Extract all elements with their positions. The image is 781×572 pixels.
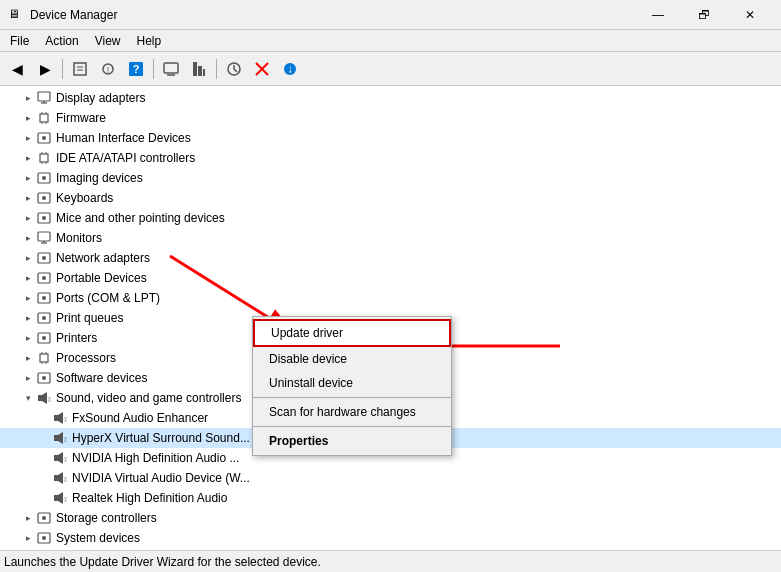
tree-item-mice[interactable]: ▸Mice and other pointing devices	[0, 208, 781, 228]
svg-point-77	[42, 516, 46, 520]
device-icon-ide-atapi	[36, 150, 52, 166]
tree-item-monitors[interactable]: ▸Monitors	[0, 228, 781, 248]
device-icon-hyperx: ))	[52, 430, 68, 446]
expand-icon-print-queues[interactable]: ▸	[20, 308, 36, 328]
add-device-button[interactable]: ↓	[277, 56, 303, 82]
tree-item-imaging[interactable]: ▸Imaging devices	[0, 168, 781, 188]
expand-icon-mice[interactable]: ▸	[20, 208, 36, 228]
context-menu-item-scan-changes[interactable]: Scan for hardware changes	[253, 400, 451, 424]
tree-item-realtek[interactable]: ))Realtek High Definition Audio	[0, 488, 781, 508]
menu-action[interactable]: Action	[37, 32, 86, 50]
tree-item-ports[interactable]: ▸Ports (COM & LPT)	[0, 288, 781, 308]
svg-marker-71	[58, 472, 63, 484]
device-icon-keyboards	[36, 190, 52, 206]
tree-label-human-interface: Human Interface Devices	[56, 131, 191, 145]
expand-icon-ports[interactable]: ▸	[20, 288, 36, 308]
tree-item-storage-controllers[interactable]: ▸Storage controllers	[0, 508, 781, 528]
expand-icon-nvidia-high[interactable]	[36, 448, 52, 468]
back-button[interactable]: ◀	[4, 56, 30, 82]
tree-item-ide-atapi[interactable]: ▸IDE ATA/ATAPI controllers	[0, 148, 781, 168]
remove-device-button[interactable]	[249, 56, 275, 82]
svg-point-50	[42, 336, 46, 340]
svg-point-57	[42, 376, 46, 380]
expand-icon-ide-atapi[interactable]: ▸	[20, 148, 36, 168]
expand-icon-monitors[interactable]: ▸	[20, 228, 36, 248]
tree-label-mice: Mice and other pointing devices	[56, 211, 225, 225]
expand-icon-display-adapters[interactable]: ▸	[20, 88, 36, 108]
app-icon: 🖥	[8, 7, 24, 23]
update-driver-toolbar-button[interactable]: !	[95, 56, 121, 82]
scan-hardware-button[interactable]	[221, 56, 247, 82]
tree-label-printers: Printers	[56, 331, 97, 345]
tree-item-human-interface[interactable]: ▸Human Interface Devices	[0, 128, 781, 148]
device-icon-processors	[36, 350, 52, 366]
tree-item-portable-devices[interactable]: ▸Portable Devices	[0, 268, 781, 288]
expand-icon-portable-devices[interactable]: ▸	[20, 268, 36, 288]
show-resources-button[interactable]	[186, 56, 212, 82]
tree-item-usb-controllers[interactable]: ▸Universal Serial Bus controllers	[0, 548, 781, 550]
help-button[interactable]: ?	[123, 56, 149, 82]
expand-icon-keyboards[interactable]: ▸	[20, 188, 36, 208]
tree-label-portable-devices: Portable Devices	[56, 271, 147, 285]
svg-point-37	[42, 216, 46, 220]
device-icon-mice	[36, 210, 52, 226]
svg-marker-68	[58, 452, 63, 464]
menu-view[interactable]: View	[87, 32, 129, 50]
expand-icon-printers[interactable]: ▸	[20, 328, 36, 348]
context-menu-item-properties[interactable]: Properties	[253, 429, 451, 453]
svg-rect-67	[54, 455, 58, 461]
menu-help[interactable]: Help	[129, 32, 170, 50]
svg-text:)): ))	[64, 476, 67, 482]
svg-marker-59	[42, 392, 47, 404]
expand-icon-nvidia-virtual[interactable]	[36, 468, 52, 488]
device-icon-print-queues	[36, 310, 52, 326]
expand-icon-sound-video[interactable]: ▾	[20, 388, 36, 408]
svg-rect-73	[54, 495, 58, 501]
device-icon-display-adapters	[36, 90, 52, 106]
device-icon-firmware	[36, 110, 52, 126]
tree-label-ide-atapi: IDE ATA/ATAPI controllers	[56, 151, 195, 165]
main-area: ▸Display adapters▸Firmware▸Human Interfa…	[0, 86, 781, 550]
svg-marker-65	[58, 432, 63, 444]
tree-item-network-adapters[interactable]: ▸Network adapters	[0, 248, 781, 268]
status-text: Launches the Update Driver Wizard for th…	[4, 555, 321, 569]
expand-icon-processors[interactable]: ▸	[20, 348, 36, 368]
tree-label-display-adapters: Display adapters	[56, 91, 145, 105]
menu-file[interactable]: File	[2, 32, 37, 50]
expand-icon-storage-controllers[interactable]: ▸	[20, 508, 36, 528]
tree-item-firmware[interactable]: ▸Firmware	[0, 108, 781, 128]
tree-item-nvidia-virtual[interactable]: ))NVIDIA Virtual Audio Device (W...	[0, 468, 781, 488]
expand-icon-realtek[interactable]	[36, 488, 52, 508]
tree-label-realtek: Realtek High Definition Audio	[72, 491, 227, 505]
svg-text:)): ))	[64, 416, 67, 422]
window-title: Device Manager	[30, 8, 635, 22]
context-menu-item-disable-device[interactable]: Disable device	[253, 347, 451, 371]
expand-icon-hyperx[interactable]	[36, 428, 52, 448]
tree-label-sound-video: Sound, video and game controllers	[56, 391, 241, 405]
tree-item-keyboards[interactable]: ▸Keyboards	[0, 188, 781, 208]
expand-icon-fxsound[interactable]	[36, 408, 52, 428]
expand-icon-software-devices[interactable]: ▸	[20, 368, 36, 388]
expand-icon-system-devices[interactable]: ▸	[20, 528, 36, 548]
tree-label-hyperx: HyperX Virtual Surround Sound...	[72, 431, 250, 445]
tree-label-system-devices: System devices	[56, 531, 140, 545]
tree-item-display-adapters[interactable]: ▸Display adapters	[0, 88, 781, 108]
menu-bar: File Action View Help	[0, 30, 781, 52]
tree-label-imaging: Imaging devices	[56, 171, 143, 185]
close-button[interactable]: ✕	[727, 0, 773, 30]
show-devices-button[interactable]	[158, 56, 184, 82]
context-menu-item-uninstall-device[interactable]: Uninstall device	[253, 371, 451, 395]
expand-icon-firmware[interactable]: ▸	[20, 108, 36, 128]
expand-icon-network-adapters[interactable]: ▸	[20, 248, 36, 268]
minimize-button[interactable]: —	[635, 0, 681, 30]
properties-button[interactable]	[67, 56, 93, 82]
expand-icon-human-interface[interactable]: ▸	[20, 128, 36, 148]
maximize-button[interactable]: 🗗	[681, 0, 727, 30]
tree-item-system-devices[interactable]: ▸System devices	[0, 528, 781, 548]
svg-rect-70	[54, 475, 58, 481]
context-menu: Update driverDisable deviceUninstall dev…	[252, 316, 452, 456]
expand-icon-usb-controllers[interactable]: ▸	[20, 548, 36, 550]
context-menu-item-update-driver[interactable]: Update driver	[253, 319, 451, 347]
forward-button[interactable]: ▶	[32, 56, 58, 82]
expand-icon-imaging[interactable]: ▸	[20, 168, 36, 188]
